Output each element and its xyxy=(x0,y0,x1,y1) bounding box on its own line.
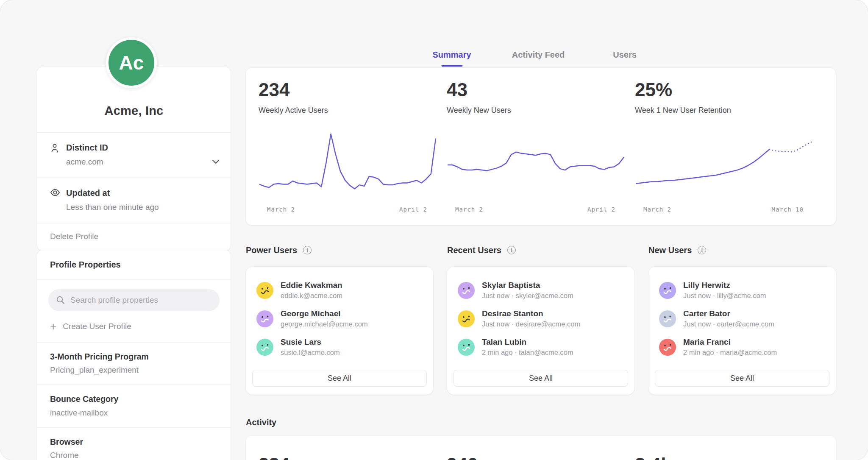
field-value: Less than one minute ago xyxy=(66,203,159,212)
x-axis-ticks: March 2 March 10 xyxy=(643,206,804,213)
see-all-button[interactable]: See All xyxy=(655,370,829,387)
property-value: inactive-mailbox xyxy=(50,409,218,418)
user-name: Maria Franci xyxy=(683,337,777,347)
tab-activity-feed[interactable]: Activity Feed xyxy=(512,50,565,67)
property-name: Browser xyxy=(50,438,218,446)
avatar-face-icon xyxy=(659,310,676,327)
list-item[interactable]: Talan Lubin2 min ago · talan@acme.com xyxy=(447,333,634,361)
avatar xyxy=(458,310,475,327)
stat-label: Weekly Active Users xyxy=(259,106,447,115)
new-users-section: New Users i Lilly HerwitzJust now · lill… xyxy=(648,245,836,395)
stat-value: 234 xyxy=(259,81,447,99)
avatar-face-icon xyxy=(659,339,676,356)
section-heading: New Users i xyxy=(648,245,836,255)
property-row[interactable]: 3-Month Pricing Program Pricing_plan_exp… xyxy=(37,342,231,385)
list-item[interactable]: Maria Franci2 min ago · maria@acme.com xyxy=(648,333,836,361)
x-axis-ticks: March 2 April 2 xyxy=(267,206,427,213)
user-sections-row: Power Users i Eddie Kwakmaneddie.k@acme.… xyxy=(246,245,836,395)
user-subtitle: 2 min ago · talan@acme.com xyxy=(482,348,573,357)
user-subtitle: eddie.k@acme.com xyxy=(281,292,342,300)
search-input[interactable] xyxy=(48,289,220,311)
updated-at-row: Updated at Less than one minute ago xyxy=(37,178,231,223)
tab-users[interactable]: Users xyxy=(613,50,637,67)
recent-users-card: Skylar BaptistaJust now · skyler@acme.co… xyxy=(447,267,634,395)
avatar xyxy=(256,310,273,327)
field-label: Updated at xyxy=(66,188,159,198)
user-subtitle: Just now · lilly@acme.com xyxy=(683,292,766,300)
list-item[interactable]: Susie Larssusie.l@acme.com xyxy=(246,333,433,361)
search-icon xyxy=(56,296,65,305)
stat-value: 43 xyxy=(447,81,635,99)
avatar-face-icon xyxy=(659,282,676,299)
user-name: Skylar Baptista xyxy=(482,281,573,290)
avatar xyxy=(659,282,676,299)
list-item[interactable]: George Michaelgeorge.michael@acme.com xyxy=(246,304,433,333)
user-name: Desirae Stanton xyxy=(482,309,580,318)
avatar-face-icon xyxy=(256,310,273,327)
user-subtitle: Just now · carter@acme.com xyxy=(683,320,774,328)
list-item[interactable]: Skylar BaptistaJust now · skyler@acme.co… xyxy=(447,276,634,304)
user-subtitle: susie.l@acme.com xyxy=(281,348,340,357)
x-tick: March 2 xyxy=(455,206,483,213)
x-axis-ticks: March 2 April 2 xyxy=(455,206,615,213)
activity-stat: 3.4k xyxy=(635,455,823,460)
avatar xyxy=(256,282,273,299)
see-all-button[interactable]: See All xyxy=(252,370,427,387)
new-users-card: Lilly HerwitzJust now · lilly@acme.com C… xyxy=(648,267,836,395)
person-icon xyxy=(50,143,61,167)
user-subtitle: Just now · skyler@acme.com xyxy=(482,292,573,300)
power-users-section: Power Users i Eddie Kwakmaneddie.k@acme.… xyxy=(246,245,433,395)
create-user-profile-label: Create User Profile xyxy=(63,322,131,331)
user-name: George Michael xyxy=(281,309,368,318)
list-item[interactable]: Carter BatorJust now · carter@acme.com xyxy=(648,304,836,333)
weekly-new-users-chart xyxy=(447,132,625,200)
user-name: Eddie Kwakman xyxy=(281,281,342,290)
activity-card: 234 940 3.4k xyxy=(246,436,836,460)
avatar xyxy=(458,282,475,299)
profile-properties-card: Profile Properties + Create User Profile… xyxy=(37,250,231,460)
section-title: Power Users xyxy=(246,245,297,255)
chevron-down-icon[interactable] xyxy=(212,158,220,166)
info-icon[interactable]: i xyxy=(303,246,312,254)
stat-label: Weekly New Users xyxy=(447,106,635,115)
company-avatar: Ac xyxy=(106,37,157,88)
stat-weekly-active-users: 234 Weekly Active Users March 2 April 2 xyxy=(259,81,447,212)
avatar-face-icon xyxy=(256,339,273,356)
list-item[interactable]: Lilly HerwitzJust now · lilly@acme.com xyxy=(648,276,836,304)
stat-week1-retention: 25% Week 1 New User Retention March 2 Ma… xyxy=(635,81,823,212)
info-icon[interactable]: i xyxy=(507,246,516,254)
property-row[interactable]: Browser Chrome xyxy=(37,427,231,460)
user-subtitle: george.michael@acme.com xyxy=(281,320,368,328)
user-name: Talan Lubin xyxy=(482,337,573,347)
property-name: Bounce Category xyxy=(50,395,218,404)
avatar-face-icon xyxy=(458,310,475,327)
see-all-button[interactable]: See All xyxy=(453,370,628,387)
property-row[interactable]: Bounce Category inactive-mailbox xyxy=(37,385,231,427)
list-item[interactable]: Eddie Kwakmaneddie.k@acme.com xyxy=(246,276,433,304)
stat-weekly-new-users: 43 Weekly New Users March 2 April 2 xyxy=(447,81,635,212)
avatar xyxy=(458,339,475,356)
plus-icon: + xyxy=(50,323,56,331)
power-users-card: Eddie Kwakmaneddie.k@acme.com George Mic… xyxy=(246,267,433,395)
property-name: 3-Month Pricing Program xyxy=(50,352,218,361)
field-label: Distinct ID xyxy=(66,143,108,152)
avatar-face-icon xyxy=(458,282,475,299)
list-item[interactable]: Desirae StantonJust now · desirare@acme.… xyxy=(447,304,634,333)
section-heading: Power Users i xyxy=(246,245,433,255)
company-profile-card: Acme, Inc Distinct ID acme.com Updated a… xyxy=(37,67,231,251)
company-name: Acme, Inc xyxy=(105,104,164,118)
user-name: Susie Lars xyxy=(281,337,340,347)
summary-card: 234 Weekly Active Users March 2 April 2 … xyxy=(246,68,836,225)
weekly-active-users-chart xyxy=(259,132,437,200)
x-tick: April 2 xyxy=(587,206,615,213)
create-user-profile-button[interactable]: + Create User Profile xyxy=(48,311,220,342)
section-heading: Recent Users i xyxy=(447,245,634,255)
profile-properties-title: Profile Properties xyxy=(37,250,231,280)
user-subtitle: 2 min ago · maria@acme.com xyxy=(683,348,777,357)
user-name: Lilly Herwitz xyxy=(683,281,766,290)
section-title: New Users xyxy=(648,245,692,255)
tab-summary[interactable]: Summary xyxy=(432,50,471,67)
avatar xyxy=(256,339,273,356)
info-icon[interactable]: i xyxy=(698,246,706,254)
delete-profile-button[interactable]: Delete Profile xyxy=(37,223,231,251)
